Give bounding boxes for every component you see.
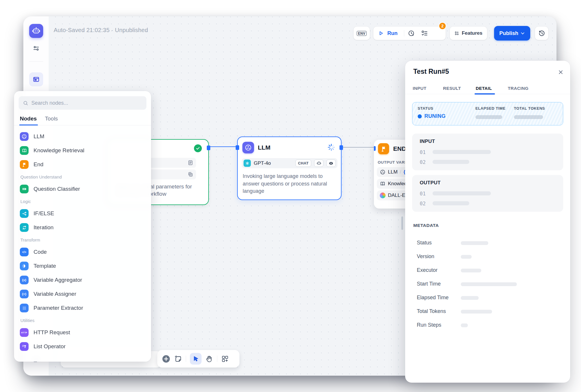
panel-drag-handle[interactable] — [401, 216, 403, 230]
node-item-knowledge-retrieval[interactable]: Knowledge Retrieval — [20, 145, 84, 156]
node-item-list-operator[interactable]: List Operator — [20, 341, 66, 352]
line-number: 02 — [420, 201, 426, 206]
node-item-question-classifier[interactable]: Question Classifier — [20, 183, 80, 195]
total-tokens-label: TOTAL TOKENS — [514, 106, 545, 111]
features-label: Features — [462, 30, 482, 36]
metadata-label: Version — [417, 253, 434, 260]
node-item-end[interactable]: End — [20, 159, 43, 170]
node-item-parameter-extractor[interactable]: Parameter Extractor — [20, 302, 83, 314]
section-header: Question Understand — [20, 174, 62, 179]
elapsed-time-skeleton — [475, 115, 502, 119]
section-header: Logic — [20, 199, 31, 204]
add-node-button[interactable] — [162, 355, 170, 363]
llm-icon — [242, 142, 254, 153]
model-selector[interactable]: GPT-4o CHAT — [242, 158, 337, 168]
node-item-label: HTTP Request — [34, 329, 70, 336]
node-item-variable-assigner[interactable]: {=} Variable Assigner — [20, 288, 76, 300]
run-button[interactable]: Run — [387, 30, 398, 36]
autosave-status: Auto-Saved 21:02:35 · Unpublished — [54, 27, 148, 34]
end-node-title: END — [393, 145, 406, 152]
node-item-llm[interactable]: LLM — [20, 131, 44, 142]
parameter-extractor-icon — [20, 304, 29, 312]
end-flag-icon — [20, 160, 29, 169]
run-history-clock-icon[interactable] — [408, 30, 415, 37]
output-port[interactable] — [207, 146, 210, 150]
node-item-http-request[interactable]: HTTP HTTP Request — [20, 327, 70, 338]
play-icon — [378, 30, 384, 36]
node-item-label: Variable Aggregator — [34, 277, 82, 283]
llm-node-header: LLM — [242, 142, 270, 153]
tab-tracing[interactable]: TRACING — [508, 86, 528, 91]
env-icon: ENV — [357, 31, 367, 36]
if-else-icon — [20, 209, 29, 218]
search-box[interactable] — [19, 96, 146, 110]
features-grid-icon — [454, 30, 459, 37]
organize-layout-button[interactable] — [221, 355, 229, 363]
node-item-label: Template — [34, 263, 56, 269]
success-check-icon — [194, 144, 202, 152]
active-tab-underline — [19, 125, 38, 125]
question-classifier-icon — [20, 185, 29, 193]
add-note-button[interactable] — [174, 355, 182, 363]
settings-sliders-icon[interactable] — [32, 45, 40, 52]
llm-icon — [380, 169, 386, 175]
node-item-if-else[interactable]: IF/ELSE — [20, 208, 54, 219]
variable-aggregator-icon: {x} — [20, 276, 29, 284]
tab-nodes[interactable]: Nodes — [20, 116, 37, 122]
pointer-tool-active[interactable] — [190, 353, 202, 365]
toolbar-divider — [186, 356, 186, 362]
copy-files-icon — [188, 172, 193, 177]
metadata-skeleton — [461, 255, 472, 259]
knowledge-retrieval-icon — [20, 146, 29, 155]
agent-robot-badge — [314, 160, 323, 167]
tab-result[interactable]: RESULT — [443, 86, 461, 91]
code-icon: </> — [20, 248, 29, 256]
search-input[interactable] — [31, 100, 142, 106]
status-value: RUNING — [424, 113, 446, 119]
variable-node-name: LLM — [388, 169, 398, 175]
status-card: STATUS ELAPSED TIME TOTAL TOKENS RUNING — [412, 102, 563, 125]
tab-tools[interactable]: Tools — [45, 116, 58, 122]
active-tab-underline — [475, 93, 495, 94]
test-run-panel: Test Run#5 INPUT RESULT DETAIL TRACING S… — [405, 61, 570, 383]
canvas-control-toolbar — [157, 350, 239, 368]
tab-detail[interactable]: DETAIL — [476, 86, 492, 91]
line-number: 02 — [420, 159, 426, 165]
checklist-icon[interactable] — [421, 30, 428, 37]
running-spinner-icon — [327, 143, 336, 152]
metadata-skeleton — [461, 282, 517, 286]
chat-mode-badge: CHAT — [295, 160, 311, 167]
file-text-icon — [188, 160, 193, 166]
version-history-button[interactable] — [535, 27, 548, 40]
book-icon — [380, 181, 386, 187]
hand-tool[interactable] — [205, 355, 213, 363]
node-item-code[interactable]: </> Code — [20, 246, 47, 258]
iteration-icon — [20, 223, 29, 232]
metadata-skeleton — [461, 310, 492, 314]
features-button[interactable]: Features — [450, 27, 487, 40]
output-port[interactable] — [340, 145, 343, 150]
node-item-label: Code — [34, 249, 47, 255]
input-port[interactable] — [374, 146, 376, 151]
publish-button[interactable]: Publish — [494, 26, 530, 41]
env-button[interactable]: ENV — [354, 27, 370, 40]
llm-node-title: LLM — [258, 144, 270, 151]
metadata-label: Status — [417, 240, 432, 246]
input-card: INPUT 01 02 — [412, 134, 563, 170]
app-logo-robot-icon[interactable] — [29, 24, 43, 38]
input-port[interactable] — [236, 145, 239, 150]
close-button[interactable] — [557, 68, 564, 76]
metadata-skeleton — [461, 269, 481, 272]
app-preview-button[interactable] — [29, 72, 43, 86]
notification-badge: 2 — [439, 22, 446, 30]
dalle-icon — [380, 192, 386, 198]
llm-node[interactable]: LLM GPT-4o CHAT — [237, 136, 342, 200]
output-title: OUTPUT — [420, 180, 441, 186]
tab-input[interactable]: INPUT — [413, 86, 426, 91]
rail-divider — [29, 61, 43, 62]
node-item-iteration[interactable]: Iteration — [20, 222, 54, 233]
node-item-template[interactable]: Template — [20, 260, 56, 272]
vision-eye-badge — [326, 160, 336, 167]
toolbar-divider — [217, 356, 217, 362]
node-item-variable-aggregator[interactable]: {x} Variable Aggregator — [20, 274, 82, 286]
